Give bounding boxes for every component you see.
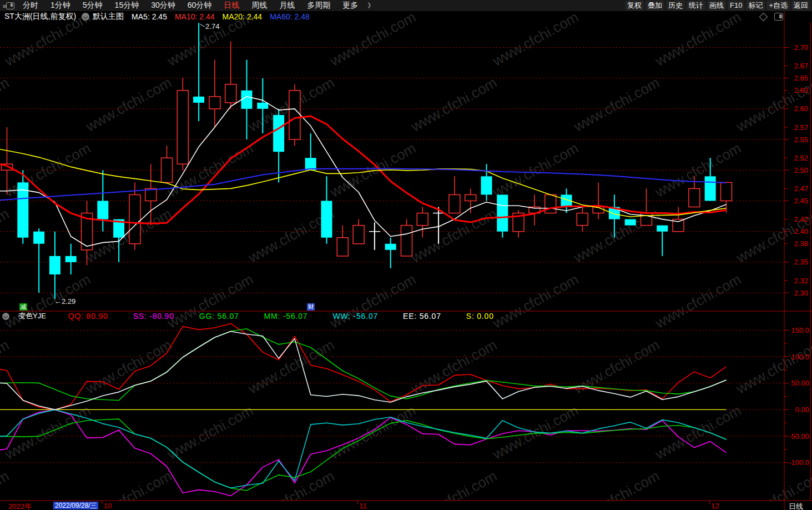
date-box: 2022/09/28/三 — [53, 502, 98, 509]
candle-16[interactable] — [257, 78, 268, 133]
candle-44[interactable] — [705, 158, 716, 201]
candle-41[interactable] — [657, 226, 668, 256]
menu-item-60分钟[interactable]: 60分钟 — [181, 1, 218, 11]
candle-15[interactable] — [241, 60, 253, 140]
candle-20[interactable] — [321, 176, 332, 243]
candle-14[interactable] — [225, 41, 236, 108]
candle-1[interactable] — [17, 170, 28, 243]
candle-0[interactable] — [2, 127, 13, 194]
toolbar-button-叠加[interactable]: 叠加 — [645, 1, 664, 11]
indicator-param-0: QQ: 80.90 — [68, 312, 108, 321]
indicator-line-EE — [0, 332, 727, 410]
toolbar-button-F10[interactable]: F10 — [728, 1, 744, 11]
candle-33[interactable] — [529, 194, 540, 225]
candle-7[interactable] — [113, 219, 124, 262]
menu-item-5分钟[interactable]: 5分钟 — [77, 1, 109, 11]
price-label-2.70: 2.70 — [794, 43, 808, 52]
price-label-2.55: 2.55 — [794, 136, 808, 144]
menu-expand-icon[interactable]: 》 — [364, 1, 377, 11]
overlay-label[interactable]: 默认主图 — [93, 12, 124, 22]
indicator-name[interactable]: 变色YJE — [18, 311, 46, 321]
candle-38[interactable] — [609, 194, 620, 237]
price-label-2.52: 2.52 — [794, 154, 808, 162]
candle-9[interactable] — [145, 164, 157, 225]
candle-23[interactable] — [369, 222, 380, 250]
candle-12[interactable] — [193, 23, 204, 121]
event-marker-减[interactable]: 减 — [19, 303, 27, 311]
candle-8[interactable] — [129, 182, 140, 249]
menu-item-周线[interactable]: 周线 — [245, 1, 273, 11]
toolbar-button-返回[interactable]: 返回 — [791, 1, 810, 11]
price-label-2.57: 2.57 — [794, 123, 808, 132]
candle-13[interactable] — [209, 60, 220, 127]
candle-5[interactable] — [82, 201, 93, 266]
toolbar-button-复权[interactable]: 复权 — [625, 1, 644, 11]
candle-3[interactable] — [49, 232, 60, 299]
ind-label-150.0: 150.0 — [791, 326, 809, 334]
candle-19[interactable] — [305, 133, 316, 170]
toolbar-button-标记[interactable]: 标记 — [746, 1, 765, 11]
menu-item-15分钟[interactable]: 15分钟 — [109, 1, 145, 11]
candle-21[interactable] — [337, 226, 348, 256]
candle-18[interactable] — [289, 84, 300, 146]
month-label-12: 12 — [711, 502, 719, 510]
chevron-down-circle-icon[interactable] — [2, 313, 9, 320]
price-label-2.35: 2.35 — [794, 258, 808, 266]
candle-40[interactable] — [641, 188, 652, 225]
candle-10[interactable] — [162, 146, 173, 182]
month-label-11: 11 — [360, 502, 367, 510]
collapse-panel-icon[interactable]: » — [0, 2, 17, 10]
candle-32[interactable] — [513, 210, 524, 238]
candle-39[interactable] — [625, 219, 636, 226]
candle-29[interactable] — [465, 188, 476, 213]
price-label-2.60: 2.60 — [794, 104, 808, 113]
menu-item-30分钟[interactable]: 30分钟 — [145, 1, 181, 11]
ind-label--100.0: -100.0 — [789, 458, 809, 467]
indicator-param-1: SS: -80.90 — [133, 312, 174, 321]
price-label-2.42: 2.42 — [794, 215, 808, 223]
toolbar-button-历史[interactable]: 历史 — [666, 1, 685, 11]
menu-item-月线[interactable]: 月线 — [273, 1, 301, 11]
candle-37[interactable] — [593, 182, 604, 219]
price-label-2.67: 2.67 — [794, 62, 808, 70]
candle-30[interactable] — [481, 164, 492, 201]
toolbar-buttons: 复权叠加历史统计画线F10标记+自选返回 — [625, 0, 812, 11]
chevron-down-circle-icon[interactable] — [82, 13, 89, 21]
toolbar-button-+自选[interactable]: +自选 — [766, 1, 790, 11]
candle-25[interactable] — [401, 219, 412, 256]
candle-11[interactable] — [177, 78, 188, 171]
menu-item-更多[interactable]: 更多 — [336, 1, 364, 11]
month-label-10: 10 — [104, 502, 112, 510]
ind-label--50.00: -50.00 — [789, 432, 809, 441]
split-panel-icon[interactable] — [774, 13, 783, 21]
diamond-icon[interactable] — [759, 12, 768, 21]
menu-item-分时[interactable]: 分时 — [17, 1, 44, 11]
candle-17[interactable] — [273, 109, 284, 182]
year-label: 2022年 — [8, 502, 32, 510]
menu-item-1分钟[interactable]: 1分钟 — [44, 1, 77, 11]
candle-26[interactable] — [417, 207, 428, 238]
candle-28[interactable] — [449, 176, 460, 213]
price-label-2.50: 2.50 — [794, 166, 808, 174]
candle-36[interactable] — [577, 207, 588, 232]
candle-24[interactable] — [385, 238, 396, 268]
menu-item-日线[interactable]: 日线 — [218, 1, 245, 11]
price-label-2.32: 2.32 — [794, 277, 808, 285]
event-marker-财[interactable]: 财 — [307, 303, 315, 311]
toolbar-button-统计[interactable]: 统计 — [687, 1, 705, 11]
price-label-2.45: 2.45 — [794, 197, 808, 205]
price-label-2.40: 2.40 — [794, 227, 808, 236]
menu-item-多周期[interactable]: 多周期 — [301, 1, 336, 11]
ma-legend: MA5: 2.45MA10: 2.44MA20: 2.44MA60: 2.48 — [132, 12, 317, 21]
high-annotation-arrow — [200, 24, 205, 27]
indicator-params: QQ: 80.90SS: -80.90GG: 56.07MM: -56.07WW… — [68, 312, 519, 321]
candle-31[interactable] — [497, 194, 508, 237]
candle-42[interactable] — [673, 207, 684, 232]
candle-22[interactable] — [353, 219, 364, 244]
candle-2[interactable] — [33, 228, 44, 293]
candle-6[interactable] — [97, 170, 108, 231]
toolbar-button-画线[interactable]: 画线 — [707, 1, 726, 11]
period-menu: 分时1分钟5分钟15分钟30分钟60分钟日线周线月线多周期更多 — [17, 1, 364, 11]
chart-canvas[interactable]: 2.702.672.652.632.602.572.552.522.502.47… — [0, 0, 812, 510]
candle-4[interactable] — [65, 244, 77, 274]
